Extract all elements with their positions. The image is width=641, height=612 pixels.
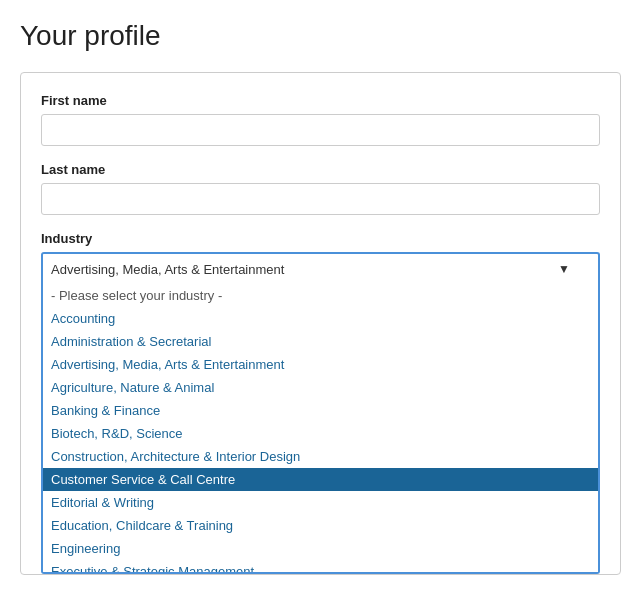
industry-group: Industry Advertising, Media, Arts & Ente… (41, 231, 600, 574)
list-item[interactable]: Agriculture, Nature & Animal (43, 376, 598, 399)
first-name-label: First name (41, 93, 600, 108)
profile-form: First name Last name Industry Advertisin… (20, 72, 621, 575)
last-name-input[interactable] (41, 183, 600, 215)
list-item[interactable]: Administration & Secretarial (43, 330, 598, 353)
list-item[interactable]: Accounting (43, 307, 598, 330)
page-title: Your profile (20, 20, 621, 52)
last-name-group: Last name (41, 162, 600, 215)
list-item[interactable]: Construction, Architecture & Interior De… (43, 445, 598, 468)
first-name-input[interactable] (41, 114, 600, 146)
industry-select-wrapper: Advertising, Media, Arts & Entertainment… (41, 252, 600, 574)
industry-select-display[interactable]: Advertising, Media, Arts & Entertainment… (41, 252, 600, 284)
list-item[interactable]: - Please select your industry - (43, 284, 598, 307)
industry-label: Industry (41, 231, 600, 246)
list-item[interactable]: Engineering (43, 537, 598, 560)
chevron-down-icon: ▼ (558, 262, 570, 276)
list-item[interactable]: Advertising, Media, Arts & Entertainment (43, 353, 598, 376)
first-name-group: First name (41, 93, 600, 146)
list-item[interactable]: Education, Childcare & Training (43, 514, 598, 537)
list-item[interactable]: Biotech, R&D, Science (43, 422, 598, 445)
industry-selected-value: Advertising, Media, Arts & Entertainment (51, 262, 284, 277)
list-item[interactable]: Customer Service & Call Centre (43, 468, 598, 491)
list-item[interactable]: Editorial & Writing (43, 491, 598, 514)
last-name-label: Last name (41, 162, 600, 177)
industry-dropdown-list[interactable]: - Please select your industry -Accountin… (41, 284, 600, 574)
list-item[interactable]: Executive & Strategic Management (43, 560, 598, 574)
list-item[interactable]: Banking & Finance (43, 399, 598, 422)
